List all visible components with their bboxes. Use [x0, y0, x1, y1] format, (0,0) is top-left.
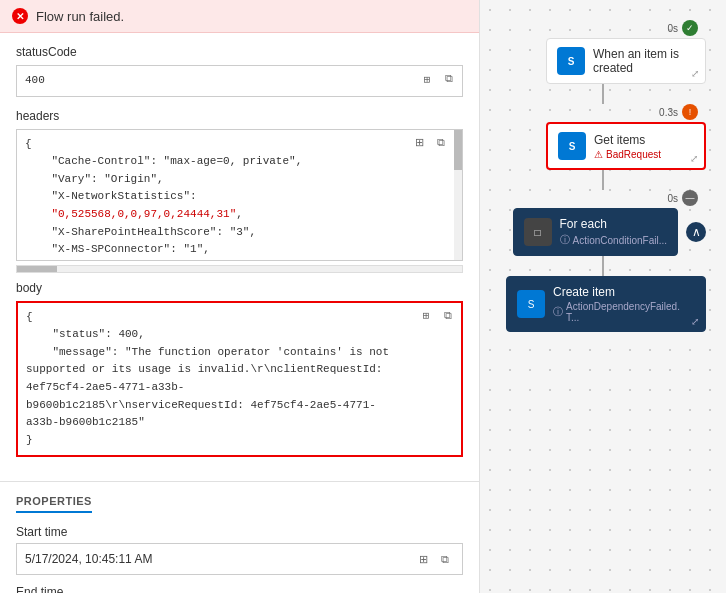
start-time-box: 5/17/2024, 10:45:11 AM ⊞ ⧉: [16, 543, 463, 575]
node-title-get-items: Get items: [594, 133, 694, 147]
left-panel: ✕ Flow run failed. statusCode 400 ⊞ ⧉ he…: [0, 0, 480, 593]
headers-hscroll-thumb: [17, 266, 57, 272]
link-icon-create-item: ⤢: [691, 316, 699, 327]
copy-icon-headers[interactable]: ⧉: [432, 134, 450, 152]
sharepoint-icon-get-items: S: [558, 132, 586, 160]
dark-node-row-for-each: □ For each ⓘ ActionConditionFail... ∧: [513, 208, 707, 256]
grid-icon-body[interactable]: ⊞: [417, 307, 435, 325]
node-text-for-each: For each ⓘ ActionConditionFail...: [560, 217, 668, 247]
properties-header: PROPERTIES: [16, 495, 92, 513]
node-card-when-created[interactable]: S When an item iscreated ⤢: [546, 38, 706, 84]
loop-icon-for-each: □: [524, 218, 552, 246]
node-card-get-items[interactable]: S Get items ⚠ BadRequest ⤢: [546, 122, 706, 170]
headers-toolbar: ⊞ ⧉: [410, 134, 450, 152]
node-text-create-item: Create item ⓘ ActionDependencyFailed. T.…: [553, 285, 695, 323]
flow-node-create-item: S Create item ⓘ ActionDependencyFailed. …: [500, 276, 706, 332]
create-icon-create-item: S: [517, 290, 545, 318]
node-title-create-item: Create item: [553, 285, 695, 299]
timing-for-each: 0s —: [667, 190, 698, 206]
grid-icon[interactable]: ⊞: [418, 70, 436, 88]
error-header: ✕ Flow run failed.: [0, 0, 479, 33]
copy-icon-start[interactable]: ⧉: [436, 550, 454, 568]
node-title-when-created: When an item iscreated: [593, 47, 695, 75]
status-code-label: statusCode: [16, 45, 463, 59]
skip-badge-for-each: —: [682, 190, 698, 206]
timing-value-for-each: 0s: [667, 193, 678, 204]
headers-scrollbar[interactable]: [454, 130, 462, 260]
right-panel: 0s ✓ S When an item iscreated ⤢ 0.3s ! S: [480, 0, 726, 593]
body-content: { "status": 400, "message": "The functio…: [26, 309, 453, 450]
copy-icon-body[interactable]: ⧉: [439, 307, 457, 325]
status-code-value: 400: [25, 72, 454, 90]
body-label: body: [16, 281, 463, 295]
flow-container: 0s ✓ S When an item iscreated ⤢ 0.3s ! S: [480, 10, 726, 342]
error-icon: ✕: [12, 8, 28, 24]
link-icon-when-created: ⤢: [691, 68, 699, 79]
timing-get-items: 0.3s !: [659, 104, 698, 120]
error-badge-get-items: !: [682, 104, 698, 120]
sharepoint-icon-when-created: S: [557, 47, 585, 75]
headers-label: headers: [16, 109, 463, 123]
collapse-btn-for-each[interactable]: ∧: [686, 222, 706, 242]
body-toolbar: ⊞ ⧉: [417, 307, 457, 325]
node-card-for-each[interactable]: □ For each ⓘ ActionConditionFail...: [513, 208, 679, 256]
start-time-label: Start time: [16, 525, 463, 539]
headers-content: { "Cache-Control": "max-age=0, private",…: [25, 136, 438, 260]
grid-icon-headers[interactable]: ⊞: [410, 134, 428, 152]
headers-red-value: "0,525568,0,0,97,0,24444,31": [51, 208, 236, 220]
node-text-when-created: When an item iscreated: [593, 47, 695, 75]
flow-node-get-items: 0.3s ! S Get items ⚠ BadRequest ⤢: [500, 104, 706, 170]
headers-box: ⊞ ⧉ { "Cache-Control": "max-age=0, priva…: [16, 129, 463, 261]
properties-section: PROPERTIES Start time 5/17/2024, 10:45:1…: [0, 481, 479, 593]
error-message: Flow run failed.: [36, 9, 124, 24]
warning-icon-get-items: ⚠: [594, 149, 603, 160]
node-sub-create-item: ⓘ ActionDependencyFailed. T...: [553, 301, 695, 323]
headers-hscrollbar[interactable]: [16, 265, 463, 273]
info-icon-create-item: ⓘ: [553, 305, 563, 319]
node-title-for-each: For each: [560, 217, 668, 231]
node-text-get-items: Get items ⚠ BadRequest: [594, 133, 694, 160]
timing-value-get-items: 0.3s: [659, 107, 678, 118]
start-time-value: 5/17/2024, 10:45:11 AM: [25, 552, 152, 566]
connector-3: [602, 256, 604, 276]
timing-when-created: 0s ✓: [667, 20, 698, 36]
flow-node-when-created: 0s ✓ S When an item iscreated ⤢: [500, 20, 706, 84]
info-icon-for-each: ⓘ: [560, 233, 570, 247]
status-code-toolbar: ⊞ ⧉: [418, 70, 458, 88]
status-code-box: 400 ⊞ ⧉: [16, 65, 463, 97]
success-badge-when-created: ✓: [682, 20, 698, 36]
flow-node-for-each: 0s — □ For each ⓘ ActionConditionFail...…: [500, 190, 706, 256]
end-time-label: End time: [16, 585, 463, 593]
timing-value-when-created: 0s: [667, 23, 678, 34]
connector-2: [602, 170, 604, 190]
node-sub-get-items: ⚠ BadRequest: [594, 149, 694, 160]
link-icon-get-items: ⤢: [690, 153, 698, 164]
content-area: statusCode 400 ⊞ ⧉ headers ⊞ ⧉ { "Cache-…: [0, 33, 479, 481]
body-box: ⊞ ⧉ { "status": 400, "message": "The fun…: [16, 301, 463, 458]
grid-icon-start[interactable]: ⊞: [414, 550, 432, 568]
copy-icon[interactable]: ⧉: [440, 70, 458, 88]
node-card-create-item[interactable]: S Create item ⓘ ActionDependencyFailed. …: [506, 276, 706, 332]
connector-1: [602, 84, 604, 104]
headers-scroll-thumb: [454, 130, 462, 170]
node-sub-for-each: ⓘ ActionConditionFail...: [560, 233, 668, 247]
